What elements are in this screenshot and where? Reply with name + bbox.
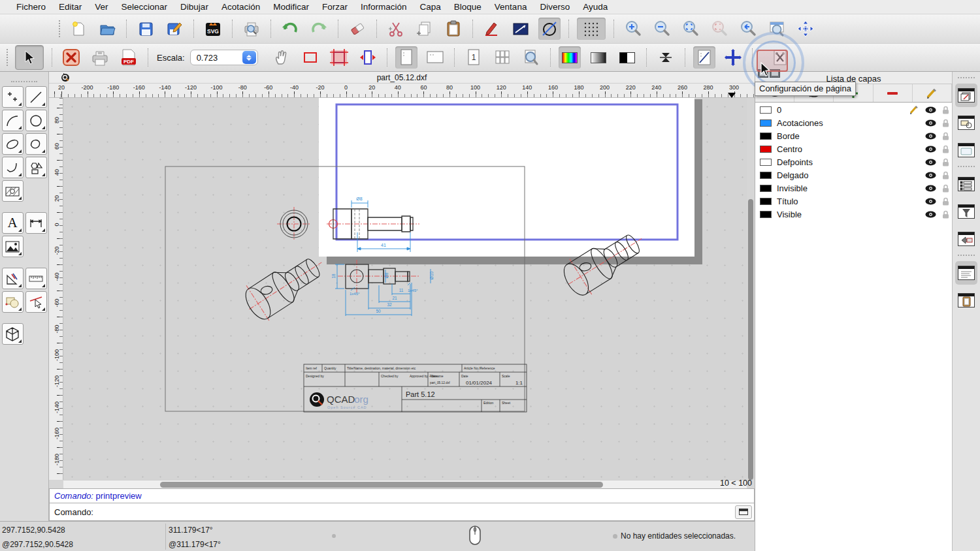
pan-button[interactable]	[794, 18, 817, 40]
full-color-mode-button[interactable]	[559, 46, 581, 69]
portrait-orientation-button[interactable]	[395, 46, 417, 69]
layer-visibility-icon[interactable]	[925, 172, 936, 179]
layer-visibility-icon[interactable]	[925, 159, 936, 166]
selection-filter-panel-button[interactable]	[955, 200, 977, 223]
layer-list-panel-button[interactable]	[955, 84, 977, 107]
library-browser-panel-button[interactable]	[955, 138, 977, 162]
panel-drag-handle[interactable]	[11, 81, 37, 82]
zoom-to-page-button[interactable]	[520, 46, 542, 69]
layer-visibility-icon[interactable]	[925, 133, 936, 140]
layer-row-visible[interactable]: Visible	[755, 208, 952, 221]
grid-toggle[interactable]	[577, 18, 606, 40]
edit-layer-button[interactable]	[913, 84, 952, 102]
line-drawing-mode-button[interactable]	[693, 46, 715, 69]
zoom-previous-button[interactable]	[737, 18, 759, 40]
zoom-out-button[interactable]	[651, 18, 673, 40]
clipboard-panel-button[interactable]	[955, 289, 977, 312]
text-tool-button[interactable]: A	[2, 212, 24, 234]
layer-row-0[interactable]: 0	[755, 103, 952, 116]
horizontal-scrollbar[interactable]	[63, 480, 747, 488]
layer-row-invisible[interactable]: Invisible	[755, 181, 952, 195]
show-crosshair-button[interactable]	[722, 46, 744, 69]
layer-lock-icon[interactable]	[942, 145, 949, 153]
zoom-window-button[interactable]	[766, 18, 788, 40]
selection-tools-button[interactable]	[2, 291, 24, 313]
image-tool-button[interactable]	[2, 236, 24, 257]
undo-button[interactable]	[279, 18, 301, 40]
layer-row-centro[interactable]: Centro	[755, 142, 952, 155]
menu-item-ver[interactable]: Ver	[88, 2, 114, 12]
spline-tools-button[interactable]	[25, 133, 47, 155]
redo-button[interactable]	[308, 18, 330, 40]
remove-layer-button[interactable]	[874, 84, 913, 102]
pointer-tool-button[interactable]	[15, 45, 44, 70]
dimension-tools-button[interactable]	[25, 212, 47, 234]
pan-hand-button[interactable]	[270, 46, 293, 69]
layer-visibility-icon[interactable]	[925, 119, 936, 127]
open-file-button[interactable]	[96, 18, 118, 40]
menu-item-dibujar[interactable]: Dibujar	[174, 2, 215, 12]
layer-visibility-icon[interactable]	[925, 211, 936, 218]
circle-tools-button[interactable]	[25, 110, 47, 131]
layer-visibility-icon[interactable]	[925, 185, 936, 192]
scale-stepper[interactable]	[242, 51, 256, 64]
pdf-export-button[interactable]: PDF	[118, 46, 140, 69]
layer-row-acotaciones[interactable]: Acotaciones	[755, 116, 952, 129]
line-tools-button[interactable]	[25, 86, 47, 108]
layer-lock-icon[interactable]	[942, 197, 949, 206]
vertical-scrollbar-thumb[interactable]	[748, 199, 753, 480]
layer-visibility-icon[interactable]	[925, 198, 936, 205]
draw-edit-button[interactable]	[481, 18, 503, 40]
auto-fit-page-button[interactable]	[357, 46, 379, 69]
snap-restriction-button[interactable]	[25, 291, 47, 313]
menu-item-bloque[interactable]: Bloque	[448, 2, 488, 12]
modify-tools-button[interactable]	[2, 268, 24, 289]
eraser-button[interactable]	[346, 18, 368, 40]
command-panel-toggle-button[interactable]	[735, 505, 752, 519]
menu-item-diverso[interactable]: Diverso	[533, 2, 576, 12]
menu-item-ayuda[interactable]: Ayuda	[576, 2, 614, 12]
layer-lock-icon[interactable]	[942, 210, 949, 219]
circle-reference-toggle[interactable]	[538, 18, 561, 40]
block-list-panel-button[interactable]	[955, 111, 977, 134]
menu-item-acotacion[interactable]: Acotación	[215, 2, 267, 12]
layer-lock-icon[interactable]	[942, 171, 949, 180]
layer-lock-icon[interactable]	[942, 184, 949, 193]
arc-tools-button[interactable]	[2, 110, 24, 131]
layer-lock-icon[interactable]	[942, 158, 949, 166]
multi-page-button[interactable]	[491, 46, 514, 69]
layer-row-delgado[interactable]: Delgado	[755, 168, 952, 181]
menu-item-modificar[interactable]: Modificar	[267, 2, 316, 12]
layer-lock-icon[interactable]	[942, 119, 949, 127]
menu-item-informacion[interactable]: Información	[354, 2, 414, 12]
pattern-panel-button[interactable]	[955, 227, 977, 251]
layer-visibility-icon[interactable]	[925, 146, 936, 153]
horizontal-scrollbar-thumb[interactable]	[160, 482, 603, 488]
menu-item-fichero[interactable]: Fichero	[10, 2, 52, 12]
crop-marks-button[interactable]	[328, 46, 350, 69]
vertical-scrollbar[interactable]	[747, 98, 755, 480]
point-tools-button[interactable]	[2, 86, 24, 108]
layer-lock-icon[interactable]	[942, 106, 949, 114]
layer-row-titulo[interactable]: Título	[755, 195, 952, 208]
line-reference-button[interactable]	[510, 18, 532, 40]
menu-item-seleccionar[interactable]: Seleccionar	[115, 2, 174, 12]
ellipse-tools-button[interactable]	[2, 133, 24, 155]
command-input[interactable]	[97, 505, 733, 519]
paste-button[interactable]	[442, 18, 465, 40]
print-button[interactable]	[89, 46, 111, 69]
new-file-button[interactable]	[67, 18, 90, 40]
landscape-orientation-button[interactable]	[424, 46, 446, 69]
page-borders-button[interactable]	[299, 46, 321, 69]
menu-item-capa[interactable]: Capa	[414, 2, 448, 12]
shape-tools-button[interactable]	[25, 157, 47, 178]
property-list-panel-button[interactable]	[955, 172, 977, 196]
layer-lock-icon[interactable]	[942, 132, 949, 140]
copy-button[interactable]	[414, 18, 436, 40]
print-preview-button[interactable]	[240, 18, 263, 40]
layer-visibility-icon[interactable]	[925, 106, 936, 114]
layer-row-defpoints[interactable]: Defpoints	[755, 155, 952, 168]
print-preview-canvas[interactable]: Ø8 41	[63, 98, 747, 480]
isometric-projection-button[interactable]	[2, 323, 24, 345]
black-white-mode-button[interactable]	[616, 46, 638, 69]
